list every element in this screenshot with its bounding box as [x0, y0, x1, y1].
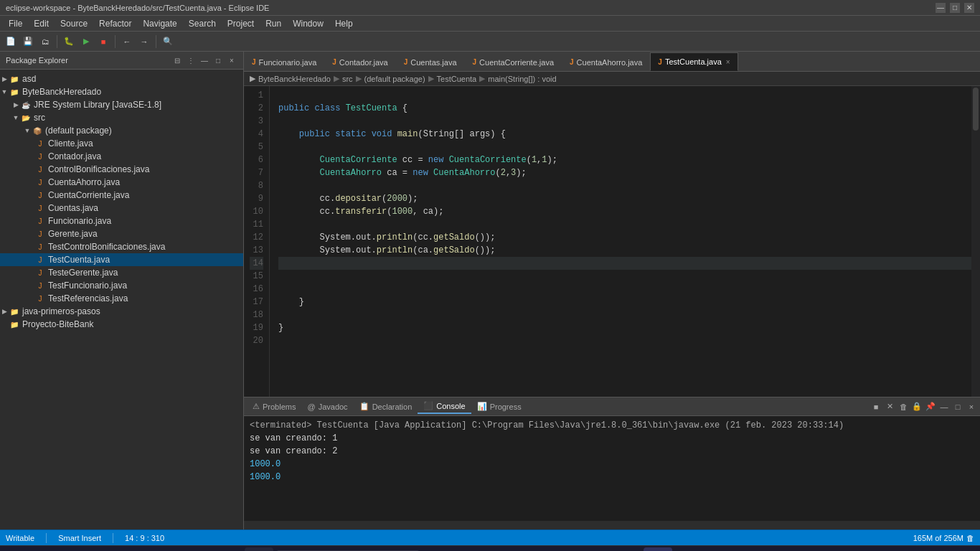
tree-item-controlbonificaciones[interactable]: J ControlBonificaciones.java [0, 163, 243, 176]
tree-item-javaprimeros[interactable]: ▶ 📁 java-primeros-pasos [0, 305, 243, 318]
menu-source[interactable]: Source [55, 16, 93, 32]
tree-item-testreferencias[interactable]: J TestReferencias.java [0, 292, 243, 305]
menu-window[interactable]: Window [287, 16, 329, 32]
tree-item-testfuncionario[interactable]: J TestFuncionario.java [0, 279, 243, 292]
tree-item-testcuenta[interactable]: J TestCuenta.java [0, 253, 243, 266]
tab-progress[interactable]: 📊 Progress [471, 400, 527, 413]
tree-item-contador[interactable]: J Contador.java [0, 150, 243, 163]
taskbar-notes[interactable]: 📝 [580, 547, 609, 552]
console-scroll-horizontal[interactable] [244, 521, 980, 529]
breadcrumb-icon: ▶ [250, 74, 255, 83]
tab-console[interactable]: ⬛ Console [418, 399, 471, 414]
tree-item-cuentaahorro[interactable]: J CuentaAhorro.java [0, 176, 243, 189]
title-bar-title: eclipse-workspace - ByteBanckHeredado/sr… [6, 4, 269, 12]
tree-item-gerente[interactable]: J Gerente.java [0, 227, 243, 240]
tab-javadoc[interactable]: @ Javadoc [301, 400, 353, 413]
tab-testcuenta[interactable]: J TestCuenta.java × [650, 52, 738, 71]
toolbar: 📄 💾 🗂 🐛 ▶ ■ ← → 🔍 [0, 32, 980, 52]
toolbar-save[interactable]: 💾 [20, 34, 36, 50]
taskbar-sublime[interactable]: S [486, 547, 514, 552]
tree-item-jre[interactable]: ▶ ☕ JRE System Library [JavaSE-1.8] [0, 98, 243, 111]
toolbar-debug[interactable]: 🐛 [61, 34, 77, 50]
taskbar-discord[interactable]: 💬 [675, 547, 704, 552]
menu-refactor[interactable]: Refactor [93, 16, 137, 32]
menu-navigate[interactable]: Navigate [137, 16, 182, 32]
breadcrumb-class[interactable]: TestCuenta [437, 75, 477, 83]
toolbar-run[interactable]: ▶ [78, 34, 94, 50]
tree-item-cuentas[interactable]: J Cuentas.java [0, 202, 243, 215]
console-pin-icon[interactable]: 📌 [925, 401, 936, 413]
tab-declaration[interactable]: 📋 Declaration [354, 400, 418, 413]
console-minimize-icon[interactable]: — [938, 401, 950, 413]
tree-item-funcionario[interactable]: J Funcionario.java [0, 215, 243, 227]
tree-item-testegerente[interactable]: J TesteGerente.java [0, 266, 243, 279]
toolbar-new[interactable]: 📄 [3, 34, 19, 50]
java-icon-contador: J [34, 151, 46, 162]
tree-item-asd[interactable]: ▶ 📁 asd [0, 72, 243, 85]
breadcrumb-src[interactable]: src [342, 75, 353, 83]
tree-arrow-defaultpkg: ▼ [23, 127, 32, 134]
taskbar-app1[interactable]: 🎯 [549, 547, 578, 552]
tree-item-src[interactable]: ▼ 📂 src [0, 111, 243, 124]
status-memory[interactable]: 165M of 256M 🗑 [913, 534, 974, 542]
tab-cuentacorriente[interactable]: J CuentaCorriente.java [465, 52, 562, 71]
menu-edit[interactable]: Edit [28, 16, 55, 32]
tree-item-bytebanck[interactable]: ▼ 📁 ByteBanckHeredado [0, 85, 243, 98]
memory-gc-icon[interactable]: 🗑 [966, 534, 974, 542]
sidebar-close-icon[interactable]: × [226, 55, 237, 66]
tree-item-cuentacorriente[interactable]: J CuentaCorriente.java [0, 189, 243, 202]
line-numbers: 12345 678910 1112131415 1617181920 [244, 86, 270, 397]
sidebar-menu-icon[interactable]: ⋮ [185, 55, 197, 66]
tree-item-cliente[interactable]: J Cliente.java [0, 137, 243, 150]
maximize-button[interactable]: □ [950, 3, 960, 13]
tab-contador[interactable]: J Contador.java [324, 52, 395, 71]
tree-item-proyectobitebank[interactable]: 📁 Proyecto-BiteBank [0, 318, 243, 331]
taskbar-shield[interactable]: 🛡 [644, 547, 672, 552]
sidebar-collapse-icon[interactable]: ⊟ [171, 55, 183, 66]
tab-cuentaahorro[interactable]: J CuentaAhorro.java [562, 52, 650, 71]
editor-scrollbar[interactable] [971, 86, 980, 397]
tab-icon-cuentacorriente: J [473, 58, 477, 66]
console-terminate-icon[interactable]: ✕ [884, 401, 895, 413]
console-stop-icon[interactable]: ■ [870, 401, 882, 413]
tree-label-src: src [34, 113, 45, 123]
menu-file[interactable]: File [3, 16, 28, 32]
console-scroll-lock-icon[interactable]: 🔒 [911, 401, 923, 413]
close-button[interactable]: ✕ [964, 3, 974, 13]
toolbar-stop[interactable]: ■ [95, 34, 111, 50]
sidebar-minimize-icon[interactable]: — [199, 55, 210, 66]
toolbar-forward[interactable]: → [136, 34, 152, 50]
tree-item-testcontrol[interactable]: J TestControlBonificaciones.java [0, 240, 243, 253]
taskbar-browser[interactable]: 🦊 [454, 547, 483, 552]
toolbar-back[interactable]: ← [119, 34, 135, 50]
taskbar-explorer[interactable]: 📁 [423, 547, 451, 552]
console-close-icon[interactable]: × [966, 401, 977, 413]
menu-help[interactable]: Help [329, 16, 359, 32]
tree-label-jre: JRE System Library [JavaSE-1.8] [34, 100, 161, 110]
minimize-button[interactable]: — [936, 3, 946, 13]
tab-problems[interactable]: ⚠ Problems [247, 400, 301, 413]
tree-label-testfuncionario: TestFuncionario.java [48, 281, 127, 291]
menu-project[interactable]: Project [222, 16, 260, 32]
status-writable: Writable [6, 534, 34, 542]
tab-funcionario[interactable]: J Funcionario.java [244, 52, 324, 71]
breadcrumb-project[interactable]: ByteBanckHeredado [258, 75, 331, 83]
sidebar-maximize-icon[interactable]: □ [212, 55, 224, 66]
taskbar-chrome[interactable]: 🌐 [612, 547, 641, 552]
console-maximize-icon[interactable]: □ [952, 401, 963, 413]
menu-search[interactable]: Search [183, 16, 222, 32]
console-output-2: se van creando: 2 [250, 445, 974, 458]
code-content[interactable]: public class TestCuenta { public static … [270, 86, 980, 397]
tab-close-testcuenta[interactable]: × [726, 58, 730, 66]
taskbar-video[interactable]: ▶ [517, 547, 546, 552]
breadcrumb-method[interactable]: main(String[]) : void [488, 75, 556, 83]
java-icon-testcontrol: J [34, 241, 46, 253]
menu-run[interactable]: Run [260, 16, 287, 32]
tab-cuentas[interactable]: J Cuentas.java [396, 52, 465, 71]
toolbar-save-all[interactable]: 🗂 [37, 34, 53, 50]
toolbar-search[interactable]: 🔍 [160, 34, 176, 50]
breadcrumb-pkg[interactable]: (default package) [364, 75, 425, 83]
start-button[interactable]: ⊞ [245, 547, 273, 552]
tree-item-defaultpkg[interactable]: ▼ 📦 (default package) [0, 124, 243, 137]
console-clear-icon[interactable]: 🗑 [897, 401, 909, 413]
